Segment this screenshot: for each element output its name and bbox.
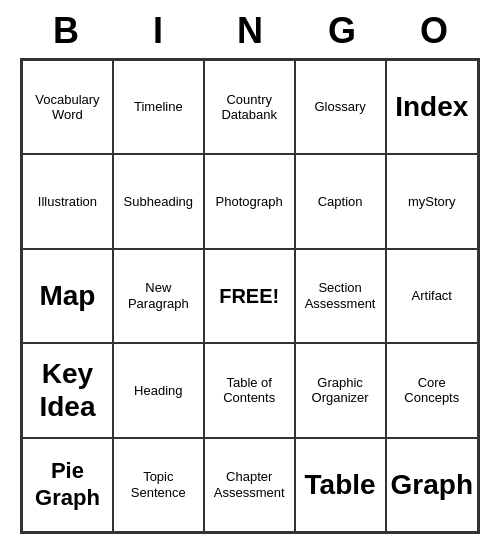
bingo-cell[interactable]: Illustration	[22, 154, 113, 248]
bingo-cell[interactable]: Map	[22, 249, 113, 343]
bingo-cell[interactable]: Topic Sentence	[113, 438, 204, 532]
bingo-header: B I N G O	[20, 10, 480, 52]
bingo-cell[interactable]: Timeline	[113, 60, 204, 154]
bingo-cell[interactable]: Section Assessment	[295, 249, 386, 343]
bingo-cell[interactable]: Subheading	[113, 154, 204, 248]
letter-i: I	[114, 10, 202, 52]
bingo-cell[interactable]: myStory	[386, 154, 478, 248]
bingo-cell[interactable]: Artifact	[386, 249, 478, 343]
bingo-cell[interactable]: Index	[386, 60, 478, 154]
letter-n: N	[206, 10, 294, 52]
bingo-cell[interactable]: Caption	[295, 154, 386, 248]
bingo-cell[interactable]: FREE!	[204, 249, 295, 343]
letter-b: B	[22, 10, 110, 52]
bingo-cell[interactable]: Table of Contents	[204, 343, 295, 437]
bingo-cell[interactable]: Photograph	[204, 154, 295, 248]
bingo-cell[interactable]: Chapter Assessment	[204, 438, 295, 532]
bingo-cell[interactable]: Table	[295, 438, 386, 532]
bingo-cell[interactable]: Heading	[113, 343, 204, 437]
bingo-cell[interactable]: Country Databank	[204, 60, 295, 154]
bingo-cell[interactable]: Core Concepts	[386, 343, 478, 437]
letter-o: O	[390, 10, 478, 52]
bingo-cell[interactable]: Graphic Organizer	[295, 343, 386, 437]
bingo-cell[interactable]: Pie Graph	[22, 438, 113, 532]
bingo-cell[interactable]: Vocabulary Word	[22, 60, 113, 154]
bingo-grid: Vocabulary WordTimelineCountry DatabankG…	[20, 58, 480, 534]
bingo-cell[interactable]: Key Idea	[22, 343, 113, 437]
bingo-cell[interactable]: New Paragraph	[113, 249, 204, 343]
bingo-cell[interactable]: Graph	[386, 438, 478, 532]
bingo-cell[interactable]: Glossary	[295, 60, 386, 154]
letter-g: G	[298, 10, 386, 52]
